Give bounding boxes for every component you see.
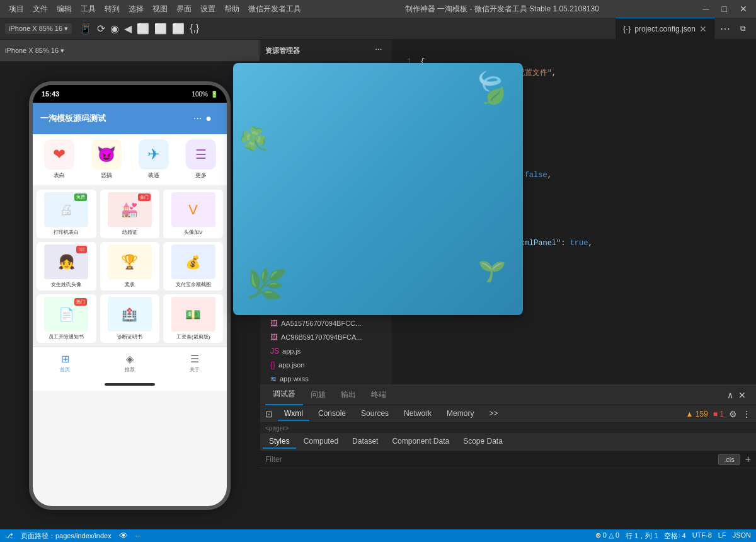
app-item-heart[interactable]: ❤ 表白 bbox=[38, 139, 80, 180]
styles-tab-styles[interactable]: Styles bbox=[263, 435, 296, 449]
menu-item-wechat[interactable]: 微信开发者工具 bbox=[244, 3, 305, 16]
menu-item-help[interactable]: 帮助 bbox=[220, 3, 243, 16]
code-icon[interactable]: ⬜ bbox=[172, 23, 185, 35]
status-page-path[interactable]: 页面路径：pages/index/index bbox=[21, 531, 112, 541]
device-selector[interactable]: iPhone X 85% 16 ▾ bbox=[5, 23, 72, 34]
status-more-icon[interactable]: ··· bbox=[135, 532, 141, 539]
phone-record-icon[interactable]: ● bbox=[205, 113, 212, 124]
file-item-18[interactable]: 🖼 AC96B5917070​94BFCA... bbox=[260, 330, 392, 344]
status-encoding[interactable]: UTF-8 bbox=[692, 531, 712, 541]
status-errors[interactable]: ⊗ 0 △ 0 bbox=[595, 531, 619, 541]
record-icon[interactable]: ◉ bbox=[110, 23, 119, 35]
sources-tab-label: Sources bbox=[361, 409, 389, 418]
phone-frame-container: 15:43 100% 🔋 一淘模板源码测试 ··· ● bbox=[0, 62, 260, 529]
phone-icon: 📱 bbox=[79, 23, 92, 35]
wxml-tab-wxml[interactable]: Wxml bbox=[278, 407, 309, 421]
eye-icon[interactable]: 👁 bbox=[119, 531, 128, 541]
editor-tab-project-config[interactable]: {·} project.config.json ✕ bbox=[616, 18, 715, 40]
devtools-tab-debugger[interactable]: 调试器 bbox=[265, 385, 303, 405]
pager-text: <pager> bbox=[265, 425, 289, 432]
app-grid-top: ❤ 表白 😈 恶搞 ✈ bbox=[33, 134, 227, 185]
app-list-item-salary[interactable]: 💵 工资条(裁剪版) bbox=[163, 294, 223, 343]
devtools-right-controls: ▲ 159 ■ 1 ⚙ ⋮ bbox=[685, 409, 751, 419]
toolbar-more-button[interactable]: ⋯ bbox=[715, 23, 735, 35]
status-line-col[interactable]: 行 1，列 1 bbox=[626, 531, 658, 541]
leaf-icon-1: 🍃 bbox=[466, 64, 515, 112]
menu-item-goto[interactable]: 转到 bbox=[101, 3, 123, 16]
file-item-appjs[interactable]: JS app.js bbox=[260, 344, 392, 358]
devtools-expand-icon[interactable]: ∧ bbox=[727, 390, 733, 400]
app-list-item-wedding[interactable]: 💒 会门 结婚证 bbox=[100, 190, 160, 238]
tab-close-button[interactable]: ✕ bbox=[699, 24, 707, 34]
app-list-item-notice[interactable]: 📄 热门 员工开除通知书 bbox=[37, 294, 96, 343]
menu-item-select[interactable]: 选择 bbox=[125, 3, 147, 16]
app-list-label-wedding: 结婚证 bbox=[122, 229, 137, 236]
devtools-dots-icon[interactable]: ⋮ bbox=[742, 409, 751, 419]
nav-item-home[interactable]: ⊞ 首页 bbox=[60, 353, 70, 373]
debugger-tab-label: 调试器 bbox=[273, 389, 295, 400]
devtools-content: Styles Computed Dataset Component Data S… bbox=[260, 433, 756, 529]
hot-badge: 热门 bbox=[74, 298, 87, 306]
wxml-tab-console[interactable]: Console bbox=[312, 407, 352, 421]
split-editor-button[interactable]: ⧉ bbox=[735, 24, 751, 33]
cls-button[interactable]: .cls bbox=[718, 454, 740, 465]
wxml-tab-more[interactable]: >> bbox=[483, 407, 504, 421]
nav-item-recommend[interactable]: ◈ 推荐 bbox=[125, 353, 135, 373]
select-element-icon[interactable]: ⊡ bbox=[265, 409, 273, 419]
image-file-icon-17: 🖼 bbox=[270, 319, 278, 328]
wxml-tab-memory[interactable]: Memory bbox=[440, 407, 480, 421]
styles-tab-scope-data[interactable]: Scope Data bbox=[457, 435, 509, 449]
file-item-appwxss[interactable]: ≋ app.wxss bbox=[260, 372, 392, 386]
styles-tab-component-data[interactable]: Component Data bbox=[386, 435, 455, 449]
styles-tab-computed[interactable]: Computed bbox=[297, 435, 345, 449]
devtools-tab-issues[interactable]: 问题 bbox=[303, 385, 333, 405]
file-item-appjson[interactable]: {} app.json bbox=[260, 358, 392, 372]
app-list-item-alipay[interactable]: 💰 支付宝余额截图 bbox=[163, 242, 223, 291]
menu-item-interface[interactable]: 界面 bbox=[173, 3, 195, 16]
wxml-tab-sources[interactable]: Sources bbox=[355, 407, 395, 421]
output-tab-label: 输出 bbox=[341, 389, 356, 400]
app-list-item-girl-avatar[interactable]: 👧 6款 女生姓氏头像 bbox=[37, 242, 96, 291]
screenshot-icon[interactable]: ⬜ bbox=[154, 23, 167, 35]
minimize-button[interactable]: ─ bbox=[699, 3, 713, 15]
app-item-plane[interactable]: ✈ 装逼 bbox=[132, 139, 175, 180]
menu-item-tools[interactable]: 工具 bbox=[77, 3, 100, 16]
status-language[interactable]: JSON bbox=[733, 531, 751, 541]
phone-notch: 15:43 100% 🔋 bbox=[33, 85, 227, 103]
phone-menu-icon[interactable]: ··· bbox=[193, 113, 202, 124]
explorer-new-file-icon[interactable]: ⋯ bbox=[375, 46, 382, 54]
menu-item-project[interactable]: 项目 bbox=[5, 3, 28, 16]
back-icon[interactable]: ◀ bbox=[124, 23, 132, 35]
nav-item-about[interactable]: ☰ 关于 bbox=[190, 353, 200, 373]
menu-item-settings[interactable]: 设置 bbox=[197, 3, 219, 16]
app-list-label-printer: 打印机表白 bbox=[54, 229, 79, 236]
devtools-tab-output[interactable]: 输出 bbox=[333, 385, 364, 405]
app-list-item-diagnosis[interactable]: 🏥 诊断证明书 bbox=[100, 294, 160, 343]
devtools-tab-terminal[interactable]: 终端 bbox=[364, 385, 394, 405]
maximize-button[interactable]: □ bbox=[718, 3, 731, 15]
app-item-more[interactable]: ☰ 更多 bbox=[180, 139, 222, 180]
close-button[interactable]: ✕ bbox=[736, 3, 751, 15]
menu-item-view[interactable]: 视图 bbox=[149, 3, 171, 16]
styles-filter-input[interactable] bbox=[265, 455, 713, 464]
file-item-17[interactable]: 🖼 AA515756707094BFCC... bbox=[260, 316, 392, 330]
status-spaces[interactable]: 空格: 4 bbox=[664, 531, 685, 541]
home-icon[interactable]: ⬜ bbox=[137, 23, 149, 35]
styles-tab-dataset[interactable]: Dataset bbox=[346, 435, 384, 449]
menu-item-edit[interactable]: 编辑 bbox=[53, 3, 76, 16]
menu-item-file[interactable]: 文件 bbox=[29, 3, 52, 16]
devtools-settings-icon[interactable]: ⚙ bbox=[729, 409, 737, 419]
devtools-top-tabs-group: 调试器 问题 输出 终端 bbox=[265, 385, 394, 405]
wxml-tab-network[interactable]: Network bbox=[398, 407, 438, 421]
num-badge-6: 6款 bbox=[76, 246, 87, 253]
devtools-close-icon[interactable]: ✕ bbox=[738, 390, 746, 400]
status-line-ending[interactable]: LF bbox=[718, 531, 726, 541]
app-list-item-avatar-v[interactable]: V 头像加V bbox=[163, 190, 223, 238]
app-list-item-award[interactable]: 🏆 奖状 bbox=[100, 242, 160, 291]
status-branch-icon: ⎇ bbox=[5, 532, 13, 540]
rotate-icon[interactable]: ⟳ bbox=[97, 23, 105, 35]
app-item-evil[interactable]: 😈 恶搞 bbox=[85, 139, 127, 180]
format-icon[interactable]: {,} bbox=[190, 23, 199, 34]
app-list-item-printer[interactable]: 🖨 免费 打印机表白 bbox=[37, 190, 96, 238]
add-style-button[interactable]: + bbox=[745, 454, 751, 465]
